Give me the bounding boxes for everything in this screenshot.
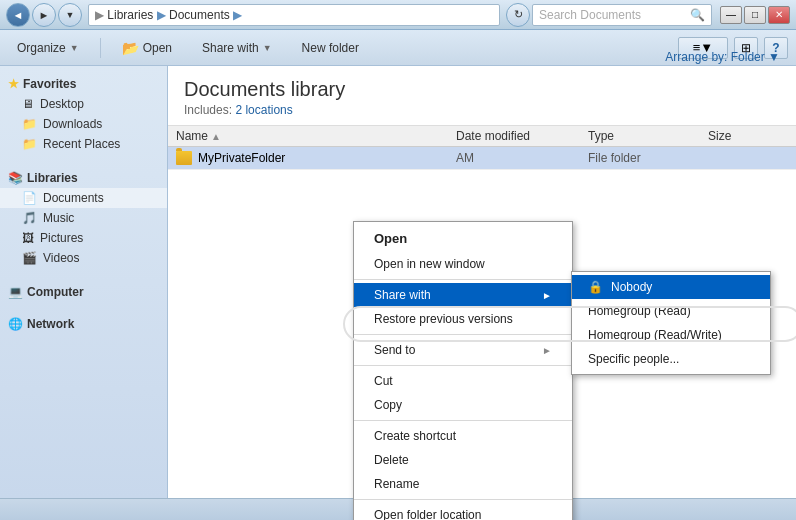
- close-button[interactable]: ✕: [768, 6, 790, 24]
- submenu-nobody[interactable]: 🔒 Nobody: [572, 275, 770, 299]
- refresh-button[interactable]: ↻: [506, 3, 530, 27]
- ctx-copy[interactable]: Copy: [354, 393, 572, 417]
- submenu-homegroup-read[interactable]: Homegroup (Read): [572, 299, 770, 323]
- ctx-separator-4: [354, 420, 572, 421]
- pictures-label: Pictures: [40, 231, 83, 245]
- libraries-icon: 📚: [8, 171, 23, 185]
- share-with-button[interactable]: Share with ▼: [193, 37, 281, 59]
- file-type-value: File folder: [588, 151, 641, 165]
- desktop-icon: 🖥: [22, 97, 34, 111]
- sort-arrow: ▲: [211, 131, 221, 142]
- ctx-share-with[interactable]: Share with ►: [354, 283, 572, 307]
- library-subtitle: Includes: 2 locations: [184, 103, 780, 117]
- arrange-by: Arrange by: Folder ▼: [665, 50, 780, 64]
- col-size-label: Size: [708, 129, 731, 143]
- downloads-icon: 📁: [22, 117, 37, 131]
- ctx-cut-label: Cut: [374, 374, 393, 388]
- libraries-header[interactable]: 📚 Libraries: [0, 168, 167, 188]
- sidebar-item-videos[interactable]: 🎬 Videos: [0, 248, 167, 268]
- ctx-open[interactable]: Open: [354, 225, 572, 252]
- sidebar-item-recent[interactable]: 📁 Recent Places: [0, 134, 167, 154]
- share-label: Share with: [202, 41, 259, 55]
- folder-icon: [176, 151, 192, 165]
- videos-icon: 🎬: [22, 251, 37, 265]
- recent-button[interactable]: ▼: [58, 3, 82, 27]
- sidebar-item-pictures[interactable]: 🖼 Pictures: [0, 228, 167, 248]
- file-date-value: AM: [456, 151, 474, 165]
- back-button[interactable]: ◄: [6, 3, 30, 27]
- sidebar-item-downloads[interactable]: 📁 Downloads: [0, 114, 167, 134]
- nobody-label: Nobody: [611, 280, 652, 294]
- ctx-send-to[interactable]: Send to ►: [354, 338, 572, 362]
- ctx-separator-2: [354, 334, 572, 335]
- search-icon: 🔍: [690, 8, 705, 22]
- sidebar-item-music[interactable]: 🎵 Music: [0, 208, 167, 228]
- sidebar-item-desktop[interactable]: 🖥 Desktop: [0, 94, 167, 114]
- favorites-group: ★ Favorites 🖥 Desktop 📁 Downloads 📁 Rece…: [0, 74, 167, 154]
- search-bar[interactable]: Search Documents 🔍: [532, 4, 712, 26]
- column-headers: Name ▲ Date modified Type Size: [168, 126, 796, 147]
- computer-header[interactable]: 💻 Computer: [0, 282, 167, 302]
- ctx-cut[interactable]: Cut: [354, 369, 572, 393]
- ctx-restore-label: Restore previous versions: [374, 312, 513, 326]
- breadcrumb-text: ▶ Libraries ▶ Documents ▶: [95, 8, 242, 22]
- table-row[interactable]: MyPrivateFolder AM File folder: [168, 147, 796, 170]
- documents-icon: 📄: [22, 191, 37, 205]
- ctx-open-new-window[interactable]: Open in new window: [354, 252, 572, 276]
- col-date-label: Date modified: [456, 129, 530, 143]
- submenu: 🔒 Nobody Homegroup (Read) Homegroup (Rea…: [571, 271, 771, 375]
- organize-button[interactable]: Organize ▼: [8, 37, 88, 59]
- col-header-name[interactable]: Name ▲: [176, 129, 456, 143]
- computer-label: Computer: [27, 285, 84, 299]
- desktop-label: Desktop: [40, 97, 84, 111]
- minimize-button[interactable]: —: [720, 6, 742, 24]
- col-type-label: Type: [588, 129, 614, 143]
- forward-button[interactable]: ►: [32, 3, 56, 27]
- pictures-icon: 🖼: [22, 231, 34, 245]
- ctx-restore[interactable]: Restore previous versions: [354, 307, 572, 331]
- network-label: Network: [27, 317, 74, 331]
- arrange-arrow[interactable]: ▼: [768, 50, 780, 64]
- share-arrow: ▼: [263, 43, 272, 53]
- music-icon: 🎵: [22, 211, 37, 225]
- title-bar: ◄ ► ▼ ▶ Libraries ▶ Documents ▶ ↻ Search…: [0, 0, 796, 30]
- maximize-button[interactable]: □: [744, 6, 766, 24]
- network-group: 🌐 Network: [0, 314, 167, 334]
- file-date-cell: AM: [456, 151, 588, 165]
- submenu-homegroup-readwrite[interactable]: Homegroup (Read/Write): [572, 323, 770, 347]
- context-menu: Open Open in new window Share with ► Res…: [353, 221, 573, 520]
- open-button[interactable]: 📂 Open: [113, 36, 181, 60]
- favorites-header[interactable]: ★ Favorites: [0, 74, 167, 94]
- computer-group: 💻 Computer: [0, 282, 167, 302]
- window-controls: — □ ✕: [720, 6, 790, 24]
- ctx-open-new-label: Open in new window: [374, 257, 485, 271]
- col-header-size[interactable]: Size: [708, 129, 788, 143]
- ctx-open-label: Open: [374, 231, 407, 246]
- sidebar-item-documents[interactable]: 📄 Documents: [0, 188, 167, 208]
- breadcrumb[interactable]: ▶ Libraries ▶ Documents ▶: [88, 4, 500, 26]
- col-header-date[interactable]: Date modified: [456, 129, 588, 143]
- arrange-by-label: Arrange by:: [665, 50, 727, 64]
- ctx-create-shortcut[interactable]: Create shortcut: [354, 424, 572, 448]
- col-header-type[interactable]: Type: [588, 129, 708, 143]
- ctx-delete[interactable]: Delete: [354, 448, 572, 472]
- libraries-group: 📚 Libraries 📄 Documents 🎵 Music 🖼 Pictur…: [0, 168, 167, 268]
- homegroup-readwrite-label: Homegroup (Read/Write): [588, 328, 722, 342]
- favorites-label: Favorites: [23, 77, 76, 91]
- homegroup-read-label: Homegroup (Read): [588, 304, 691, 318]
- toolbar-separator-1: [100, 38, 101, 58]
- file-area: Arrange by: Folder ▼ Documents library I…: [168, 66, 796, 498]
- ctx-separator-5: [354, 499, 572, 500]
- file-name-cell: MyPrivateFolder: [176, 151, 456, 165]
- arrange-by-value[interactable]: Folder: [731, 50, 765, 64]
- network-header[interactable]: 🌐 Network: [0, 314, 167, 334]
- ctx-open-folder-location[interactable]: Open folder location: [354, 503, 572, 520]
- submenu-specific-people[interactable]: Specific people...: [572, 347, 770, 371]
- locations-link[interactable]: 2 locations: [235, 103, 292, 117]
- new-folder-button[interactable]: New folder: [293, 37, 368, 59]
- ctx-separator-1: [354, 279, 572, 280]
- ctx-rename[interactable]: Rename: [354, 472, 572, 496]
- organize-arrow: ▼: [70, 43, 79, 53]
- ctx-copy-label: Copy: [374, 398, 402, 412]
- computer-icon: 💻: [8, 285, 23, 299]
